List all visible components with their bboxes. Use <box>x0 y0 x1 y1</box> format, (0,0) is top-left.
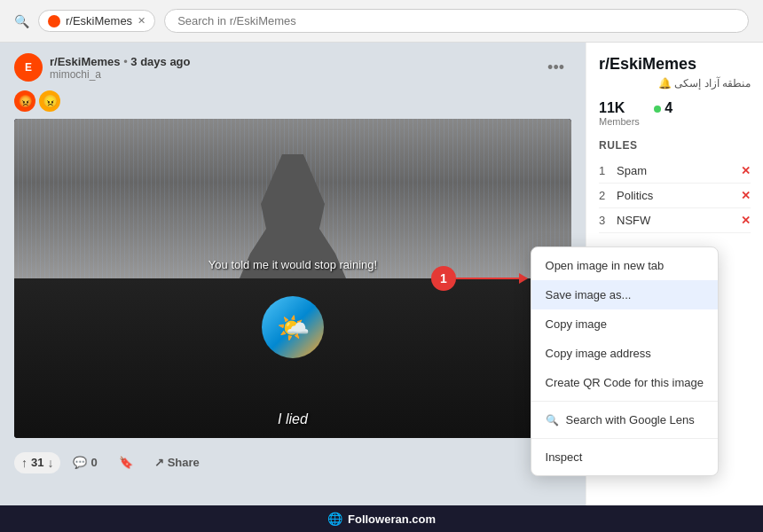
sidebar-title: r/EskiMemes <box>599 55 751 74</box>
rule-3-num: 3 <box>599 214 610 227</box>
context-open-new-tab[interactable]: Open image in new tab <box>531 251 718 280</box>
open-new-tab-label: Open image in new tab <box>546 259 665 272</box>
post-meta-subreddit: r/EskiMemes • 3 days ago <box>50 55 533 68</box>
weather-app-icon: 🌤️ <box>262 296 324 358</box>
google-lens-icon: 🔍 <box>546 414 559 426</box>
post-area: E r/EskiMemes • 3 days ago mimochi_a •••… <box>0 43 586 532</box>
online-count: 4 <box>654 100 673 116</box>
rule-2-x: ✕ <box>741 189 751 202</box>
upvote-button[interactable]: ↑ <box>21 456 28 470</box>
comment-icon: 💬 <box>73 456 87 469</box>
reaction-mad: 😠 <box>39 90 60 112</box>
google-lens-label: Search with Google Lens <box>566 413 695 426</box>
share-button[interactable]: ↗ Share <box>146 450 208 474</box>
tab-label: r/EskiMemes <box>66 14 132 27</box>
main-content: E r/EskiMemes • 3 days ago mimochi_a •••… <box>0 43 763 532</box>
footer-label: Followeran.com <box>348 512 436 526</box>
online-dot <box>654 106 661 113</box>
online-stat: 4 <box>654 100 673 127</box>
inspect-label: Inspect <box>546 450 583 464</box>
annotation-arrow <box>456 278 527 279</box>
top-caption: You told me it would stop raining! <box>14 258 571 271</box>
rule-2-text: Politics <box>617 189 734 202</box>
copy-address-label: Copy image address <box>546 347 651 360</box>
rule-3: 3 NSFW ✕ <box>599 208 751 233</box>
context-inspect[interactable]: Inspect <box>531 442 718 472</box>
footer-bar: 🌐 Followeran.com <box>0 505 763 532</box>
bookmark-icon: 🔖 <box>119 456 133 469</box>
copy-image-label: Copy image <box>546 317 607 331</box>
annotation-number: 1 <box>431 266 456 291</box>
context-divider-2 <box>531 438 718 439</box>
rule-2: 2 Politics ✕ <box>599 184 751 208</box>
reaction-angry: 😡 <box>14 90 35 112</box>
share-label: Share <box>168 456 200 469</box>
rules-header: RULES <box>599 139 751 152</box>
rule-1: 1 Spam ✕ <box>599 159 751 184</box>
comment-count: 0 <box>90 456 97 469</box>
rule-1-text: Spam <box>617 164 734 177</box>
post-author: mimochi_a <box>50 68 533 81</box>
context-save-image[interactable]: Save image as... <box>531 280 718 309</box>
members-stat: 11K Members <box>599 100 640 127</box>
post-actions: ↑ 31 ↓ 💬 0 🔖 ↗ Share <box>14 443 571 481</box>
context-qr-code[interactable]: Create QR Code for this image <box>531 368 718 397</box>
comment-button[interactable]: 💬 0 <box>64 450 106 474</box>
sidebar-stats: 11K Members 4 <box>599 100 751 127</box>
sidebar-subtitle: منطقه آزاد إسكی 🔔 <box>599 77 751 90</box>
top-scene: You told me it would stop raining! <box>14 119 571 278</box>
bottom-scene: 🌤️ I lied <box>14 278 571 438</box>
address-bar[interactable] <box>164 9 749 33</box>
more-options-button[interactable]: ••• <box>540 55 571 81</box>
browser-bar: 🔍 r/EskiMemes ✕ <box>0 0 763 43</box>
rule-2-num: 2 <box>599 189 610 202</box>
reaction-icons: 😡 😠 <box>14 90 571 112</box>
subreddit-avatar: E <box>14 53 43 82</box>
context-menu: Open image in new tab Save image as... C… <box>531 246 719 476</box>
share-icon: ↗ <box>154 456 164 469</box>
bottom-caption: I lied <box>14 411 571 427</box>
rule-3-text: NSFW <box>617 214 734 227</box>
downvote-button[interactable]: ↓ <box>47 456 53 470</box>
save-image-label: Save image as... <box>546 288 632 301</box>
members-label: Members <box>599 116 640 127</box>
post-header: E r/EskiMemes • 3 days ago mimochi_a ••• <box>14 53 571 82</box>
vote-section: ↑ 31 ↓ <box>14 452 60 473</box>
post-image: You told me it would stop raining! 🌤️ I … <box>14 119 571 438</box>
rules-section: RULES 1 Spam ✕ 2 Politics ✕ 3 NSFW ✕ <box>599 139 751 233</box>
bookmark-button[interactable]: 🔖 <box>110 450 142 474</box>
globe-icon: 🌐 <box>327 512 342 526</box>
members-count: 11K <box>599 100 640 116</box>
tab-favicon <box>48 15 60 27</box>
rule-1-num: 1 <box>599 164 610 177</box>
browser-search-icon: 🔍 <box>14 14 29 28</box>
qr-code-label: Create QR Code for this image <box>546 376 704 389</box>
rule-1-x: ✕ <box>741 164 751 177</box>
context-copy-address[interactable]: Copy image address <box>531 339 718 368</box>
context-google-lens[interactable]: 🔍 Search with Google Lens <box>531 405 718 434</box>
context-divider <box>531 401 718 402</box>
tab-close-button[interactable]: ✕ <box>138 15 146 27</box>
rule-3-x: ✕ <box>741 214 751 227</box>
context-copy-image[interactable]: Copy image <box>531 309 718 339</box>
post-meta: r/EskiMemes • 3 days ago mimochi_a <box>50 55 533 81</box>
vote-count: 31 <box>31 456 43 469</box>
browser-tab[interactable]: r/EskiMemes ✕ <box>38 10 155 32</box>
